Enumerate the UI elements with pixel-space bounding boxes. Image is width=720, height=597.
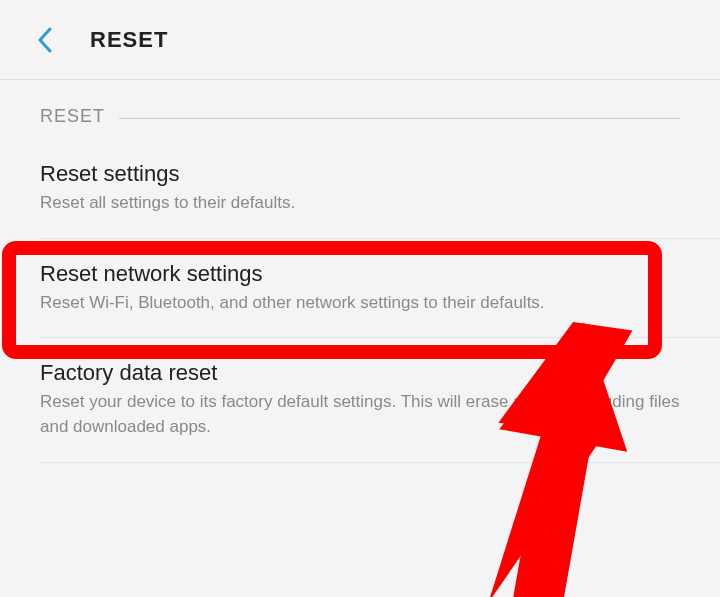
reset-network-settings-item[interactable]: Reset network settings Reset Wi-Fi, Blue…: [0, 239, 720, 338]
section-divider: [119, 118, 680, 119]
settings-list: Reset settings Reset all settings to the…: [0, 139, 720, 463]
appbar: RESET: [0, 0, 720, 80]
list-item-subtitle: Reset all settings to their defaults.: [40, 191, 680, 216]
list-item-subtitle: Reset Wi-Fi, Bluetooth, and other networ…: [40, 291, 680, 316]
list-item-title: Reset settings: [40, 161, 680, 187]
reset-settings-item[interactable]: Reset settings Reset all settings to the…: [0, 139, 720, 238]
content: RESET Reset settings Reset all settings …: [0, 80, 720, 463]
factory-data-reset-item[interactable]: Factory data reset Reset your device to …: [0, 338, 720, 461]
list-item-title: Reset network settings: [40, 261, 680, 287]
page-title: RESET: [90, 27, 168, 53]
section-header: RESET: [0, 80, 720, 139]
section-header-label: RESET: [40, 106, 105, 127]
list-item-title: Factory data reset: [40, 360, 680, 386]
divider: [40, 462, 720, 463]
list-item-subtitle: Reset your device to its factory default…: [40, 390, 680, 439]
back-icon[interactable]: [30, 25, 60, 55]
